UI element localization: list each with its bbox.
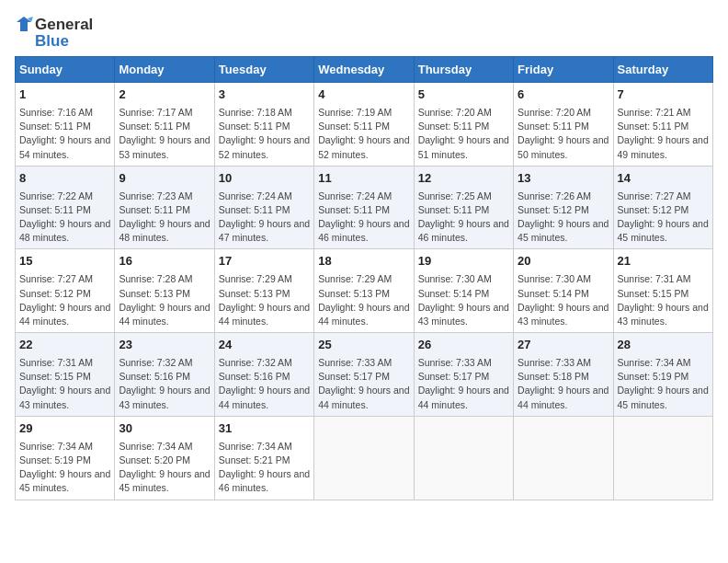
day-number: 15 <box>19 253 110 270</box>
day-number: 27 <box>518 337 609 354</box>
day-info: Sunrise: 7:16 AM Sunset: 5:11 PM Dayligh… <box>19 106 110 162</box>
calendar-cell: 25Sunrise: 7:33 AM Sunset: 5:17 PM Dayli… <box>314 333 414 417</box>
day-info: Sunrise: 7:32 AM Sunset: 5:16 PM Dayligh… <box>119 356 210 412</box>
weekday-header-monday: Monday <box>115 57 214 83</box>
weekday-header-wednesday: Wednesday <box>314 57 414 83</box>
calendar-cell: 24Sunrise: 7:32 AM Sunset: 5:16 PM Dayli… <box>214 333 313 417</box>
calendar-cell: 11Sunrise: 7:24 AM Sunset: 5:11 PM Dayli… <box>314 166 414 249</box>
calendar-cell: 14Sunrise: 7:27 AM Sunset: 5:12 PM Dayli… <box>613 166 712 249</box>
calendar-cell: 16Sunrise: 7:28 AM Sunset: 5:13 PM Dayli… <box>115 249 214 333</box>
day-info: Sunrise: 7:24 AM Sunset: 5:11 PM Dayligh… <box>318 190 409 246</box>
day-info: Sunrise: 7:26 AM Sunset: 5:12 PM Dayligh… <box>518 190 609 246</box>
calendar-cell: 1Sunrise: 7:16 AM Sunset: 5:11 PM Daylig… <box>16 83 115 167</box>
day-number: 25 <box>318 337 409 354</box>
calendar-cell: 21Sunrise: 7:31 AM Sunset: 5:15 PM Dayli… <box>613 249 712 333</box>
calendar-cell: 4Sunrise: 7:19 AM Sunset: 5:11 PM Daylig… <box>314 83 414 167</box>
day-number: 11 <box>318 170 409 188</box>
calendar-cell: 22Sunrise: 7:31 AM Sunset: 5:15 PM Dayli… <box>16 333 115 417</box>
day-number: 24 <box>219 337 310 354</box>
day-number: 19 <box>418 253 509 270</box>
day-info: Sunrise: 7:30 AM Sunset: 5:14 PM Dayligh… <box>518 272 609 328</box>
calendar-cell: 19Sunrise: 7:30 AM Sunset: 5:14 PM Dayli… <box>414 249 513 333</box>
calendar-cell: 12Sunrise: 7:25 AM Sunset: 5:11 PM Dayli… <box>414 166 513 249</box>
day-number: 6 <box>518 86 609 104</box>
calendar-cell: 10Sunrise: 7:24 AM Sunset: 5:11 PM Dayli… <box>214 166 313 249</box>
calendar-cell: 9Sunrise: 7:23 AM Sunset: 5:11 PM Daylig… <box>115 166 214 249</box>
calendar-table: SundayMondayTuesdayWednesdayThursdayFrid… <box>15 56 713 500</box>
day-info: Sunrise: 7:28 AM Sunset: 5:13 PM Dayligh… <box>119 272 210 328</box>
day-info: Sunrise: 7:33 AM Sunset: 5:18 PM Dayligh… <box>518 356 609 412</box>
day-info: Sunrise: 7:34 AM Sunset: 5:19 PM Dayligh… <box>19 440 110 496</box>
day-info: Sunrise: 7:31 AM Sunset: 5:15 PM Dayligh… <box>19 356 110 412</box>
calendar-cell: 17Sunrise: 7:29 AM Sunset: 5:13 PM Dayli… <box>214 249 313 333</box>
day-number: 8 <box>19 170 110 188</box>
day-number: 2 <box>119 86 210 104</box>
day-number: 10 <box>219 170 310 188</box>
weekday-header-sunday: Sunday <box>16 57 115 83</box>
day-info: Sunrise: 7:29 AM Sunset: 5:13 PM Dayligh… <box>318 272 409 328</box>
day-number: 9 <box>119 170 210 188</box>
day-info: Sunrise: 7:34 AM Sunset: 5:20 PM Dayligh… <box>119 440 210 496</box>
calendar-cell: 18Sunrise: 7:29 AM Sunset: 5:13 PM Dayli… <box>314 249 414 333</box>
day-info: Sunrise: 7:34 AM Sunset: 5:19 PM Dayligh… <box>618 356 709 412</box>
calendar-cell: 30Sunrise: 7:34 AM Sunset: 5:20 PM Dayli… <box>115 416 214 500</box>
day-number: 22 <box>19 337 110 354</box>
calendar-cell <box>613 416 712 500</box>
calendar-cell: 20Sunrise: 7:30 AM Sunset: 5:14 PM Dayli… <box>514 249 613 333</box>
calendar-cell <box>414 416 513 500</box>
day-number: 30 <box>119 420 210 438</box>
day-info: Sunrise: 7:20 AM Sunset: 5:11 PM Dayligh… <box>518 106 609 162</box>
calendar-cell: 7Sunrise: 7:21 AM Sunset: 5:11 PM Daylig… <box>613 83 712 167</box>
logo-bird-icon <box>15 15 33 33</box>
calendar-cell: 5Sunrise: 7:20 AM Sunset: 5:11 PM Daylig… <box>414 83 513 167</box>
weekday-header-friday: Friday <box>514 57 613 83</box>
day-number: 18 <box>318 253 409 270</box>
day-number: 1 <box>19 86 110 104</box>
day-number: 3 <box>219 86 310 104</box>
calendar-cell: 27Sunrise: 7:33 AM Sunset: 5:18 PM Dayli… <box>514 333 613 417</box>
calendar-cell: 3Sunrise: 7:18 AM Sunset: 5:11 PM Daylig… <box>214 83 313 167</box>
day-info: Sunrise: 7:34 AM Sunset: 5:21 PM Dayligh… <box>219 440 310 496</box>
logo-text-blue: Blue <box>35 33 69 49</box>
logo: General Blue <box>15 15 93 49</box>
day-number: 7 <box>618 86 709 104</box>
logo-text-general: General <box>35 17 93 32</box>
day-number: 26 <box>418 337 509 354</box>
day-info: Sunrise: 7:32 AM Sunset: 5:16 PM Dayligh… <box>219 356 310 412</box>
weekday-header-saturday: Saturday <box>613 57 712 83</box>
calendar-cell <box>514 416 613 500</box>
calendar-cell: 13Sunrise: 7:26 AM Sunset: 5:12 PM Dayli… <box>514 166 613 249</box>
day-info: Sunrise: 7:25 AM Sunset: 5:11 PM Dayligh… <box>418 190 509 246</box>
day-info: Sunrise: 7:20 AM Sunset: 5:11 PM Dayligh… <box>418 106 509 162</box>
day-info: Sunrise: 7:19 AM Sunset: 5:11 PM Dayligh… <box>318 106 409 162</box>
calendar-cell: 2Sunrise: 7:17 AM Sunset: 5:11 PM Daylig… <box>115 83 214 167</box>
day-number: 23 <box>119 337 210 354</box>
calendar-cell: 23Sunrise: 7:32 AM Sunset: 5:16 PM Dayli… <box>115 333 214 417</box>
day-info: Sunrise: 7:30 AM Sunset: 5:14 PM Dayligh… <box>418 272 509 328</box>
calendar-cell: 8Sunrise: 7:22 AM Sunset: 5:11 PM Daylig… <box>16 166 115 249</box>
weekday-header-thursday: Thursday <box>414 57 513 83</box>
day-number: 16 <box>119 253 210 270</box>
day-number: 5 <box>418 86 509 104</box>
day-number: 14 <box>618 170 709 188</box>
day-info: Sunrise: 7:24 AM Sunset: 5:11 PM Dayligh… <box>219 190 310 246</box>
calendar-cell: 28Sunrise: 7:34 AM Sunset: 5:19 PM Dayli… <box>613 333 712 417</box>
calendar-cell: 31Sunrise: 7:34 AM Sunset: 5:21 PM Dayli… <box>214 416 313 500</box>
calendar-cell: 29Sunrise: 7:34 AM Sunset: 5:19 PM Dayli… <box>16 416 115 500</box>
day-info: Sunrise: 7:23 AM Sunset: 5:11 PM Dayligh… <box>119 190 210 246</box>
calendar-cell: 15Sunrise: 7:27 AM Sunset: 5:12 PM Dayli… <box>16 249 115 333</box>
day-number: 21 <box>618 253 709 270</box>
day-number: 31 <box>219 420 310 438</box>
day-info: Sunrise: 7:22 AM Sunset: 5:11 PM Dayligh… <box>19 190 110 246</box>
day-number: 29 <box>19 420 110 438</box>
day-info: Sunrise: 7:31 AM Sunset: 5:15 PM Dayligh… <box>618 272 709 328</box>
day-info: Sunrise: 7:27 AM Sunset: 5:12 PM Dayligh… <box>19 272 110 328</box>
day-number: 28 <box>618 337 709 354</box>
day-info: Sunrise: 7:29 AM Sunset: 5:13 PM Dayligh… <box>219 272 310 328</box>
day-info: Sunrise: 7:17 AM Sunset: 5:11 PM Dayligh… <box>119 106 210 162</box>
header: General Blue <box>15 15 713 49</box>
day-info: Sunrise: 7:27 AM Sunset: 5:12 PM Dayligh… <box>618 190 709 246</box>
calendar-cell: 6Sunrise: 7:20 AM Sunset: 5:11 PM Daylig… <box>514 83 613 167</box>
day-number: 13 <box>518 170 609 188</box>
day-info: Sunrise: 7:21 AM Sunset: 5:11 PM Dayligh… <box>618 106 709 162</box>
